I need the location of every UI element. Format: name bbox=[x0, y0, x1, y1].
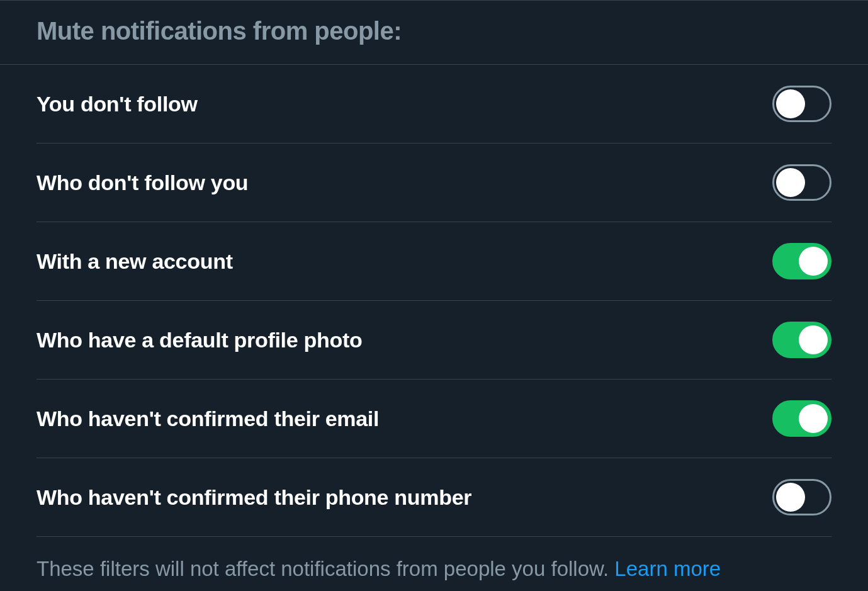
footer-note-text: These filters will not affect notificati… bbox=[37, 557, 614, 580]
mute-notifications-panel: Mute notifications from people: You don'… bbox=[0, 0, 868, 591]
setting-label: You don't follow bbox=[37, 92, 198, 116]
settings-list: You don't follow Who don't follow you Wi… bbox=[0, 65, 868, 591]
setting-label: Who don't follow you bbox=[37, 171, 248, 195]
setting-row-default-profile-photo: Who have a default profile photo bbox=[37, 301, 831, 380]
setting-row-new-account: With a new account bbox=[37, 222, 831, 301]
setting-label: With a new account bbox=[37, 249, 233, 274]
toggle-unconfirmed-email[interactable] bbox=[772, 400, 831, 437]
footer-note: These filters will not affect notificati… bbox=[37, 537, 831, 591]
setting-row-unconfirmed-phone: Who haven't confirmed their phone number bbox=[37, 458, 831, 537]
toggle-who-dont-follow-you[interactable] bbox=[772, 164, 831, 201]
setting-row-you-dont-follow: You don't follow bbox=[37, 65, 831, 144]
toggle-knob bbox=[799, 404, 828, 433]
toggle-knob bbox=[799, 247, 828, 276]
setting-label: Who haven't confirmed their email bbox=[37, 407, 379, 431]
toggle-you-dont-follow[interactable] bbox=[772, 86, 831, 122]
toggle-knob bbox=[776, 483, 805, 512]
setting-row-unconfirmed-email: Who haven't confirmed their email bbox=[37, 380, 831, 458]
toggle-default-profile-photo[interactable] bbox=[772, 322, 831, 358]
setting-label: Who have a default profile photo bbox=[37, 328, 362, 352]
toggle-unconfirmed-phone[interactable] bbox=[772, 479, 831, 515]
learn-more-link[interactable]: Learn more bbox=[614, 557, 721, 580]
toggle-knob bbox=[799, 325, 828, 354]
section-header: Mute notifications from people: bbox=[0, 1, 868, 65]
toggle-knob bbox=[776, 168, 805, 197]
setting-label: Who haven't confirmed their phone number bbox=[37, 485, 471, 510]
setting-row-who-dont-follow-you: Who don't follow you bbox=[37, 144, 831, 222]
toggle-knob bbox=[776, 89, 805, 118]
toggle-new-account[interactable] bbox=[772, 243, 831, 279]
section-title: Mute notifications from people: bbox=[37, 17, 831, 45]
